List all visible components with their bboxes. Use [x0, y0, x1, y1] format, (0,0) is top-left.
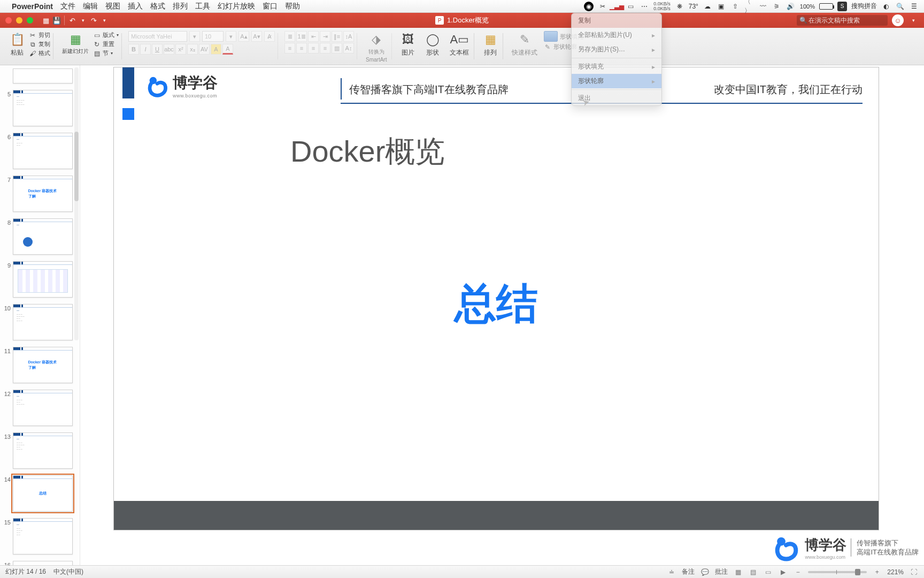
scrollbar-thumb[interactable] [74, 132, 79, 201]
ctx-saveas-pic[interactable]: 另存为图片(S)…▸ [572, 42, 661, 57]
highlight-button[interactable]: A [211, 44, 221, 55]
superscript-button[interactable]: x² [175, 44, 186, 55]
font-color-button[interactable]: A [222, 44, 233, 55]
font-name-dd[interactable]: ▾ [189, 31, 200, 42]
indent-inc-button[interactable]: ⇥ [320, 31, 330, 42]
menu-window[interactable]: 窗口 [263, 2, 278, 11]
picture-button[interactable]: 🖼图片 [398, 31, 418, 58]
shrink-font-button[interactable]: A▾ [251, 31, 262, 42]
thumb-slide-4[interactable] [13, 69, 73, 83]
line-spacing-button[interactable]: ‖≡ [332, 31, 342, 42]
slide[interactable]: 博学谷 www.boxuegu.com 传智播客旗下高端IT在线教育品牌 改变中… [114, 67, 879, 530]
wifi-icon[interactable]: ⚞ [772, 2, 782, 11]
align-justify-button[interactable]: ≡ [320, 43, 330, 54]
notes-icon[interactable]: ≐ [667, 567, 676, 577]
comments-icon[interactable]: 💬 [700, 567, 710, 577]
language-indicator[interactable]: 中文(中国) [53, 567, 83, 576]
menu-view[interactable]: 视图 [105, 2, 120, 11]
copy-button[interactable]: ⧉复制 [29, 40, 50, 48]
box-icon[interactable]: ▣ [717, 2, 726, 11]
redo-icon[interactable]: ↷ [88, 15, 99, 26]
slide-thumbnails-panel[interactable]: 5—— — — —— — —— — — — 6—— — —— — 7Docker… [0, 65, 80, 565]
ime-label[interactable]: 搜狗拼音 [851, 2, 877, 11]
grow-font-button[interactable]: A▴ [238, 31, 249, 42]
wave-icon[interactable]: 〰 [758, 2, 768, 11]
menu-insert[interactable]: 插入 [128, 2, 143, 11]
zoom-slider[interactable] [808, 571, 867, 573]
zoom-level[interactable]: 221% [887, 568, 904, 576]
thumb-slide-11[interactable]: Docker 容器技术了解 [13, 347, 73, 383]
thumb-slide-8[interactable]: — [13, 218, 73, 255]
home-icon[interactable]: ▦ [41, 15, 51, 26]
menu-slideshow[interactable]: 幻灯片放映 [218, 2, 255, 11]
smartart-button[interactable]: ⬗ 转换为 SmartArt [364, 31, 389, 64]
ctx-exit[interactable]: 退出 [572, 91, 661, 105]
bullets-button[interactable]: ≣ [284, 31, 295, 42]
ctx-paste-pic[interactable]: 全部粘贴为图片(U)▸ [572, 28, 661, 42]
menu-format[interactable]: 格式 [150, 2, 165, 11]
arrange-button[interactable]: ▦排列 [481, 31, 500, 58]
text-direction-button[interactable]: ↕A [343, 31, 354, 42]
thumb-slide-6[interactable]: —— — —— — [13, 133, 73, 169]
up-icon[interactable]: ⇧ [730, 2, 740, 11]
layout-button[interactable]: ▭版式 ▾ [93, 31, 119, 39]
notes-label[interactable]: 备注 [682, 567, 695, 576]
menu-edit[interactable]: 编辑 [83, 2, 98, 11]
save-icon[interactable]: 💾 [51, 15, 62, 26]
char-spacing-button[interactable]: AV [199, 44, 210, 55]
monitor-icon[interactable]: ▭ [626, 2, 635, 11]
thumb-slide-9[interactable] [13, 261, 73, 298]
thumbs-scrollbar[interactable] [74, 67, 79, 340]
font-size-dd[interactable]: ▾ [226, 31, 236, 42]
formatpainter-button[interactable]: 🖌格式 [29, 49, 50, 57]
dots-icon[interactable]: ⋯ [640, 2, 649, 11]
align-text-button[interactable]: A↕ [343, 43, 354, 54]
thumb-slide-14[interactable]: 总结 [13, 475, 73, 512]
reset-button[interactable]: ↻重置 [93, 40, 119, 48]
cut-button[interactable]: ✂︎剪切 [29, 31, 50, 39]
textbox-button[interactable]: A▭文本框 [448, 31, 471, 58]
fan-icon[interactable]: ❋ [675, 2, 684, 11]
cloud-icon[interactable]: ☁︎ [703, 2, 712, 11]
columns-button[interactable]: ▥ [332, 43, 342, 54]
notifications-icon[interactable]: ☰ [909, 2, 919, 11]
font-name-select[interactable]: Microsoft YaHei [128, 31, 187, 42]
menu-file[interactable]: 文件 [60, 2, 75, 11]
numbering-button[interactable]: 1≣ [296, 31, 307, 42]
thumb-slide-12[interactable]: —— — —— —— — — — [13, 390, 73, 426]
comments-label[interactable]: 批注 [715, 567, 728, 576]
new-slide-button[interactable]: ▦ 新建幻灯片 [60, 31, 91, 57]
menu-help[interactable]: 帮助 [285, 2, 300, 11]
italic-button[interactable]: I [140, 44, 151, 55]
strike-button[interactable]: abc [164, 44, 174, 55]
feedback-icon[interactable]: ☺ [892, 14, 904, 26]
ctx-fill[interactable]: 形状填充▸ [572, 59, 661, 74]
undo-dropdown-icon[interactable]: ▾ [78, 15, 88, 26]
align-right-button[interactable]: ≡ [308, 43, 319, 54]
fit-window-icon[interactable]: ⛶ [909, 567, 919, 577]
volume-icon[interactable]: 🔊 [786, 2, 796, 11]
siri-icon[interactable]: ◐ [881, 2, 891, 11]
zoom-in-button[interactable]: + [872, 567, 882, 577]
thumb-slide-5[interactable]: —— — — —— — —— — — — [13, 90, 73, 126]
minimize-button[interactable] [16, 17, 22, 24]
thumb-slide-13[interactable]: —— — —— — — —— —— — — [13, 432, 73, 469]
sorter-view-icon[interactable]: ▤ [748, 567, 758, 577]
align-left-button[interactable]: ≡ [284, 43, 295, 54]
menu-arrange[interactable]: 排列 [173, 2, 188, 11]
slide-canvas-area[interactable]: 博学谷 www.boxuegu.com 传智播客旗下高端IT在线教育品牌 改变中… [80, 65, 924, 565]
subscript-button[interactable]: x₂ [187, 44, 198, 55]
ctx-copy[interactable]: 复制 [572, 13, 661, 28]
bold-button[interactable]: B [128, 44, 139, 55]
font-size-select[interactable]: 10 [202, 31, 224, 42]
battery-icon[interactable] [819, 3, 833, 10]
ime-icon[interactable]: S [837, 2, 847, 11]
align-center-button[interactable]: ≡ [296, 43, 307, 54]
search-field[interactable]: 🔍 [797, 15, 888, 26]
menu-tools[interactable]: 工具 [195, 2, 210, 11]
graph-icon[interactable]: ▁▃▅ [612, 2, 621, 11]
zoom-button[interactable] [27, 17, 33, 24]
scissors-icon[interactable]: ✂︎ [598, 2, 607, 11]
thumb-slide-15[interactable]: —— —— — —— —— — [13, 518, 73, 554]
undo-icon[interactable]: ↶ [67, 15, 78, 26]
